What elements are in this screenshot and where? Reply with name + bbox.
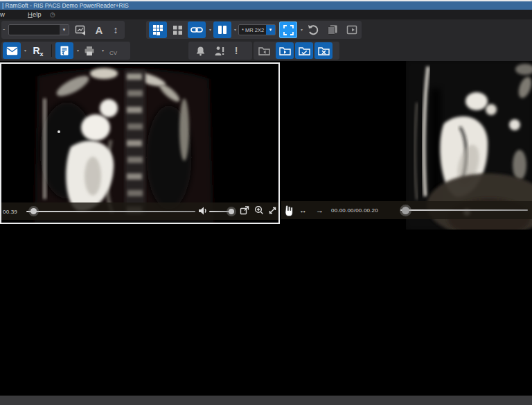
expand-corners-icon	[283, 25, 294, 35]
clipped-control: -	[3, 25, 5, 33]
volume-thumb-left[interactable]	[229, 209, 234, 214]
viewer-right[interactable]: ↔ → 00.00.00/00.00.20	[281, 61, 532, 230]
stat-flag-button[interactable]: !	[229, 42, 244, 59]
cv-label: CV	[109, 50, 117, 56]
clock-icon: ◷	[50, 10, 55, 19]
report-button[interactable]	[55, 42, 73, 59]
folder-next-icon	[279, 46, 291, 55]
prescription-button[interactable]: Rx	[29, 42, 47, 59]
fullscreen-button-left[interactable]	[268, 205, 277, 218]
email-dropdown-arrow[interactable]: ▾	[22, 48, 28, 53]
diagonal-expand-icon	[268, 205, 277, 218]
next-study-button[interactable]	[276, 42, 294, 59]
series-layout-button[interactable]	[149, 21, 167, 38]
layers-icon	[327, 24, 338, 35]
video-controls-left: 00.39	[1, 203, 278, 220]
popout-button-left[interactable]	[240, 205, 249, 218]
report-document-icon	[59, 45, 70, 56]
mri-image-left	[1, 64, 278, 223]
link-series-button[interactable]	[188, 21, 206, 38]
previous-study-button[interactable]	[255, 42, 273, 59]
title-bar: | RamSoft - RIS PACS Demo PowerReader+RI…	[0, 1, 532, 10]
layout-panel: ▾ ▾ * MR 2X2 ▾ ▾	[146, 21, 362, 39]
seek-slider-right[interactable]	[400, 209, 528, 211]
notifications-button[interactable]	[191, 42, 209, 59]
menu-item-help[interactable]: Help	[28, 10, 42, 19]
print-button[interactable]	[80, 42, 98, 59]
image-export-icon	[75, 24, 87, 35]
app-window: | RamSoft - RIS PACS Demo PowerReader+RI…	[0, 0, 532, 405]
seek-slider-left[interactable]	[26, 211, 195, 212]
clone-viewport-button[interactable]	[323, 21, 342, 38]
undo-button[interactable]	[304, 21, 322, 38]
text-tool-icon: A	[96, 24, 103, 36]
time-label-right: 00.00.00/00.00.20	[331, 207, 378, 214]
seek-thumb-right[interactable]	[402, 207, 409, 214]
zoom-button-left[interactable]	[254, 205, 264, 218]
book-pages-icon	[217, 24, 228, 35]
tools-panel: - ▾ A ↕	[1, 21, 125, 39]
mark-read-button[interactable]	[295, 42, 313, 59]
window-title: | RamSoft - RIS PACS Demo PowerReader+RI…	[2, 2, 129, 9]
seek-thumb-left[interactable]	[30, 208, 37, 214]
video-controls-right: ↔ → 00.00.00/00.00.20	[281, 201, 532, 219]
play-direction-button[interactable]: →	[316, 206, 323, 214]
exclamation-icon: !	[235, 45, 238, 56]
printer-icon	[84, 46, 95, 56]
magnifier-plus-icon	[254, 205, 264, 218]
open-new-window-icon	[240, 205, 249, 218]
viewport-area: 00.39	[0, 61, 532, 395]
print-dropdown-arrow[interactable]: ▾	[100, 48, 106, 53]
compare-studies-button[interactable]	[213, 21, 231, 38]
person-alert-icon	[214, 46, 225, 56]
text-annotation-button[interactable]: A	[90, 21, 108, 38]
alerts-panel: !	[188, 42, 252, 60]
loop-mode-button[interactable]: ↔	[299, 206, 307, 214]
folder-previous-icon	[258, 46, 270, 55]
capture-image-button[interactable]	[71, 21, 89, 38]
chevron-down-icon[interactable]: ▾	[60, 25, 69, 35]
menu-bar: w Help ◷	[0, 10, 532, 19]
scroll-tool-button[interactable]: ↕	[107, 21, 125, 38]
grid-2x2-icon	[172, 25, 183, 35]
image-layout-button[interactable]	[168, 21, 186, 38]
link-dropdown-arrow[interactable]: ▾	[207, 27, 213, 32]
toolbar-separator	[51, 44, 52, 57]
folder-check-icon	[299, 46, 310, 55]
compare-dropdown-arrow[interactable]: ▾	[232, 27, 238, 32]
export-pane-button[interactable]	[343, 21, 361, 38]
toolbar-primary: - ▾ A ↕ ▾	[0, 19, 532, 40]
folder-x-icon	[318, 46, 330, 55]
panel-play-icon	[346, 24, 357, 35]
send-email-button[interactable]	[3, 42, 21, 59]
preset-combobox[interactable]: ▾	[8, 24, 69, 35]
study-navigation-panel	[254, 42, 339, 60]
close-study-button[interactable]	[314, 42, 332, 59]
undo-icon	[308, 24, 319, 35]
chevron-down-icon[interactable]: ▾	[266, 25, 275, 35]
rx-icon: Rx	[33, 44, 43, 58]
menu-item-clipped[interactable]: w	[0, 10, 5, 19]
volume-button-left[interactable]	[198, 205, 208, 218]
vertical-arrow-icon: ↕	[114, 24, 118, 35]
envelope-icon	[6, 46, 18, 55]
layout-preset-combobox[interactable]: * MR 2X2 ▾	[238, 24, 276, 35]
grid-layout-icon	[152, 24, 163, 35]
speaker-icon	[198, 205, 208, 218]
hand-cursor-icon	[283, 204, 295, 217]
toolbar-secondary: ▾ Rx ▾ ▾ CV !	[0, 40, 532, 62]
communication-panel: ▾ Rx ▾ ▾ CV	[1, 42, 130, 60]
status-bar	[0, 395, 532, 405]
fit-to-window-button[interactable]	[279, 21, 297, 38]
bell-icon	[195, 46, 206, 56]
link-icon	[190, 25, 203, 35]
viewer-left[interactable]: 00.39	[0, 62, 280, 224]
patient-alert-button[interactable]	[211, 42, 229, 59]
time-label-left: 00.39	[3, 208, 17, 214]
